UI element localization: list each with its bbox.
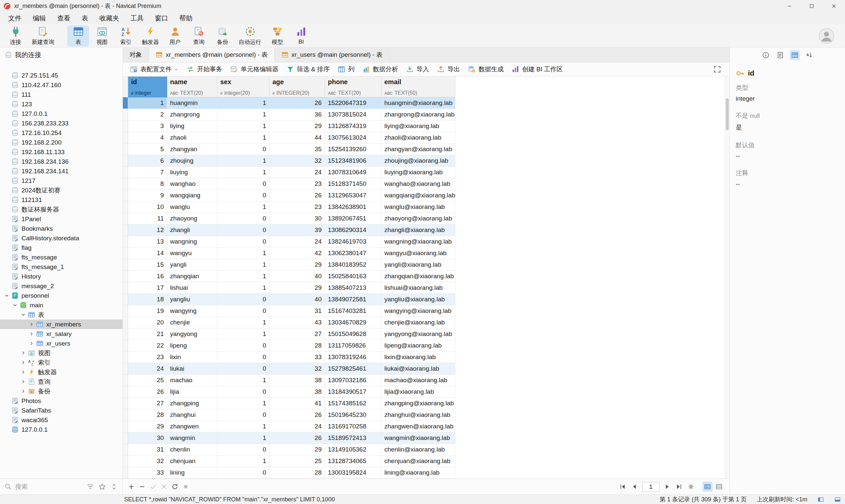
- cell-sex[interactable]: 1: [217, 328, 269, 340]
- tree-item[interactable]: fts_message: [0, 252, 123, 262]
- cell-sex[interactable]: 1: [217, 271, 269, 282]
- cell-age[interactable]: 40: [269, 271, 325, 282]
- toolbar-table-button[interactable]: 表: [67, 25, 89, 47]
- cell-phone[interactable]: 13842638901: [325, 201, 382, 213]
- cell-sex[interactable]: 0: [217, 144, 269, 155]
- cell-age[interactable]: 31: [269, 305, 325, 317]
- cell-id[interactable]: 25: [128, 375, 167, 386]
- row-indicator[interactable]: [123, 328, 128, 340]
- cell-email[interactable]: zhangrong@xiaorang.lab: [382, 109, 455, 121]
- cell-name[interactable]: zhangwen: [167, 421, 217, 432]
- cell-phone[interactable]: 13078310649: [325, 167, 382, 178]
- grid-properties-icon[interactable]: [790, 50, 800, 60]
- row-indicator[interactable]: [123, 305, 128, 317]
- tree-item[interactable]: 127.0.0.1: [0, 109, 123, 119]
- close-button[interactable]: [823, 0, 845, 12]
- add-record-button[interactable]: [126, 482, 136, 492]
- cell-id[interactable]: 5: [128, 144, 167, 155]
- row-indicator[interactable]: [123, 432, 128, 444]
- cell-name[interactable]: chenjie: [167, 317, 217, 328]
- cell-sex[interactable]: 1: [217, 109, 269, 121]
- cell-phone[interactable]: 13169170258: [325, 421, 382, 432]
- cell-age[interactable]: 24: [269, 421, 325, 432]
- toolbar-model-button[interactable]: 模型: [266, 25, 288, 47]
- cell-id[interactable]: 30: [128, 432, 167, 444]
- tree-item[interactable]: 192.168.2.200: [0, 138, 123, 147]
- cell-name[interactable]: liying: [167, 121, 217, 132]
- column-header-name[interactable]: nameABCTEXT(20): [167, 76, 217, 97]
- filter-sort-button[interactable]: 筛选 & 排序: [283, 64, 333, 75]
- row-indicator[interactable]: [123, 455, 128, 467]
- cell-age[interactable]: 29: [269, 282, 325, 294]
- row-indicator[interactable]: [123, 421, 128, 432]
- cell-email[interactable]: wangying@xiaorang.lab: [382, 305, 455, 317]
- cell-id[interactable]: 28: [128, 409, 167, 421]
- cell-phone[interactable]: 13184390517: [325, 386, 382, 398]
- sort-az-icon[interactable]: A: [804, 50, 814, 60]
- menu-item[interactable]: 窗口: [149, 12, 174, 24]
- user-avatar[interactable]: [818, 28, 834, 44]
- cell-name[interactable]: chenlin: [167, 444, 217, 455]
- grid-view-button[interactable]: [702, 482, 712, 492]
- cell-age[interactable]: 40: [269, 294, 325, 305]
- cell-email[interactable]: zhangqian@xiaorang.lab: [382, 271, 455, 282]
- cell-sex[interactable]: 1: [217, 455, 269, 467]
- row-indicator[interactable]: [123, 282, 128, 294]
- menu-item[interactable]: 工具: [125, 12, 149, 24]
- tree-item[interactable]: 2024数证初赛: [0, 185, 123, 195]
- cell-age[interactable]: 27: [269, 328, 325, 340]
- cell-sex[interactable]: 1: [217, 259, 269, 271]
- cell-age[interactable]: 38: [269, 386, 325, 398]
- cell-email[interactable]: zhoujing@xiaorang.lab: [382, 155, 455, 167]
- page-settings-button[interactable]: [686, 482, 696, 492]
- filter-icon[interactable]: [86, 482, 95, 491]
- cell-name[interactable]: zhangrong: [167, 109, 217, 121]
- toolbar-connection-button[interactable]: 连接: [5, 25, 27, 47]
- menu-item[interactable]: 编辑: [27, 12, 52, 24]
- cell-sex[interactable]: 0: [217, 467, 269, 479]
- row-indicator[interactable]: [123, 167, 128, 178]
- tree-item[interactable]: 123: [0, 100, 123, 109]
- tree-item[interactable]: 表: [0, 310, 123, 320]
- cell-id[interactable]: 22: [128, 340, 167, 352]
- cell-email[interactable]: wangqiang@xiaorang.lab: [382, 190, 455, 201]
- row-indicator[interactable]: [123, 444, 128, 455]
- cell-name[interactable]: zhoujing: [167, 155, 217, 167]
- column-header-phone[interactable]: phoneABCTEXT(20): [325, 76, 382, 97]
- tree-item[interactable]: flag: [0, 243, 123, 252]
- cell-age[interactable]: 26: [269, 97, 325, 109]
- cell-sex[interactable]: 0: [217, 305, 269, 317]
- cell-phone[interactable]: 15189572413: [325, 432, 382, 444]
- cell-name[interactable]: zhanghui: [167, 409, 217, 421]
- favorites-icon[interactable]: [98, 482, 107, 491]
- cell-sex[interactable]: 1: [217, 432, 269, 444]
- row-indicator[interactable]: [123, 224, 128, 236]
- cell-id[interactable]: 16: [128, 271, 167, 282]
- cell-sex[interactable]: 0: [217, 224, 269, 236]
- cell-id[interactable]: 19: [128, 305, 167, 317]
- cell-id[interactable]: 1: [128, 97, 167, 109]
- cell-name[interactable]: liuying: [167, 167, 217, 178]
- cell-id[interactable]: 6: [128, 155, 167, 167]
- cell-phone[interactable]: 15015049628: [325, 328, 382, 340]
- cell-name[interactable]: wangning: [167, 236, 217, 248]
- cell-id[interactable]: 32: [128, 455, 167, 467]
- menu-item[interactable]: 帮助: [174, 12, 198, 24]
- data-analysis-button[interactable]: 数据分析: [358, 64, 402, 75]
- cell-email[interactable]: yangli@xiaorang.lab: [382, 259, 455, 271]
- cell-sex[interactable]: 1: [217, 375, 269, 386]
- cell-age[interactable]: 29: [269, 444, 325, 455]
- cell-id[interactable]: 3: [128, 121, 167, 132]
- cell-phone[interactable]: 13073815024: [325, 109, 382, 121]
- cell-name[interactable]: zhangping: [167, 398, 217, 409]
- cell-sex[interactable]: 0: [217, 294, 269, 305]
- cell-id[interactable]: 27: [128, 398, 167, 409]
- cell-email[interactable]: yangliu@xiaorang.lab: [382, 294, 455, 305]
- vertical-scrollbar[interactable]: [725, 76, 729, 479]
- cell-email[interactable]: zhanghui@xiaorang.lab: [382, 409, 455, 421]
- cell-age[interactable]: 35: [269, 144, 325, 155]
- cell-sex[interactable]: 0: [217, 178, 269, 190]
- row-indicator[interactable]: [123, 213, 128, 224]
- cell-name[interactable]: chenjuan: [167, 455, 217, 467]
- toolbar-trigger-button[interactable]: 触发器: [139, 25, 162, 47]
